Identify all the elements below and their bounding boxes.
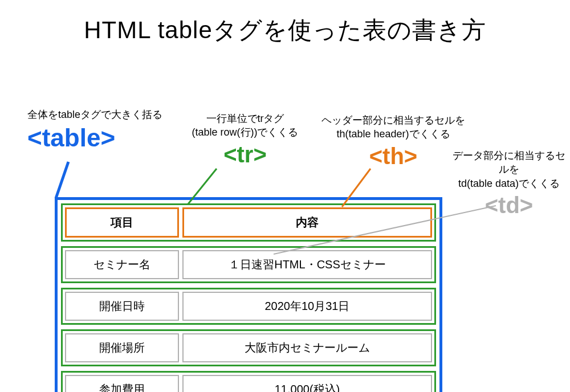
annotation-th-desc2: th(table header)でくくる (308, 127, 479, 141)
annotation-table-tag: <table> (27, 124, 176, 152)
table-frame: 項目 内容 セミナー名 １日速習HTML・CSSセミナー 開催日時 2020年1… (55, 197, 442, 392)
td-cell: 大阪市内セミナールーム (182, 333, 432, 362)
annotation-table: 全体をtableタグで大きく括る <table> (27, 108, 176, 152)
td-cell: 11,000(税込) (182, 375, 432, 392)
page-title: HTML tableタグを使った表の書き方 (0, 0, 570, 46)
td-cell: 参加費用 (65, 375, 179, 392)
table-row: 開催日時 2020年10月31日 (61, 288, 436, 325)
annotation-td-desc1: データ部分に相当するセルを (449, 149, 569, 177)
th-cell-col2: 内容 (182, 207, 432, 238)
td-cell: 2020年10月31日 (182, 292, 432, 321)
th-cell-col1: 項目 (65, 207, 179, 238)
annotation-table-desc: 全体をtableタグで大きく括る (27, 108, 176, 121)
table-row: 開催場所 大阪市内セミナールーム (61, 329, 436, 366)
table-row: セミナー名 １日速習HTML・CSSセミナー (61, 246, 436, 283)
annotation-td-tag: <td> (449, 193, 569, 218)
td-cell: １日速習HTML・CSSセミナー (182, 250, 432, 279)
annotation-td-desc2: td(table data)でくくる (449, 177, 569, 190)
table-row: 参加費用 11,000(税込) (61, 371, 436, 392)
annotation-tr-tag: <tr> (177, 142, 314, 168)
line-table (56, 162, 68, 198)
td-cell: 開催場所 (65, 333, 179, 362)
annotation-td: データ部分に相当するセルを td(table data)でくくる <td> (449, 149, 569, 218)
annotation-tr-desc1: 一行単位でtrタグ (177, 112, 314, 125)
annotation-th-desc1: ヘッダー部分に相当するセルを (308, 113, 479, 127)
annotation-tr-desc2: (table row(行))でくくる (177, 125, 314, 139)
table-row-header: 項目 内容 (61, 203, 436, 242)
td-cell: セミナー名 (65, 250, 179, 279)
td-cell: 開催日時 (65, 292, 179, 321)
annotation-tr: 一行単位でtrタグ (table row(行))でくくる <tr> (177, 112, 314, 168)
